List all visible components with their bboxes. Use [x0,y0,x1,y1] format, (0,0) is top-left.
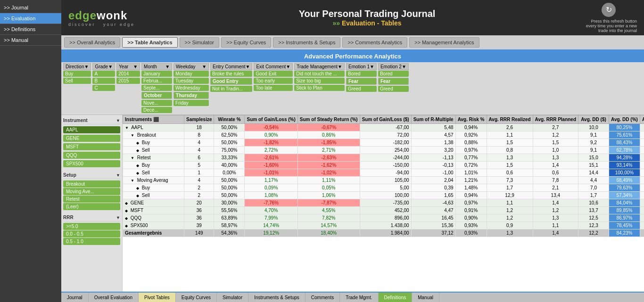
filter-weekday-monday[interactable]: Monday [173,71,209,77]
cell-samplesize: 149 [184,229,214,237]
cell-steady-return: 0,05% [297,184,360,192]
setup-moving-ave[interactable]: Moving Ave... [63,188,120,195]
tab-management-analytics[interactable]: >> Management Analytics [409,37,479,48]
filter-emotion1-header[interactable]: Emotion 1▼ [346,63,377,70]
bottom-tab-instruments-setups[interactable]: Instruments & Setups [248,293,305,302]
filter-grade-b[interactable]: B [92,78,115,84]
cell-samplesize: 1 [184,169,214,177]
expander-icon[interactable]: ◆ [125,224,128,228]
bottom-tab-definitions[interactable]: Definitions [379,293,413,302]
filter-entry-not-in-trading[interactable]: Not in Tradin... [210,86,252,92]
filter-month-december[interactable]: Dece... [141,107,172,113]
tab-overall-analytics[interactable]: >> Overall Analytics [64,37,120,48]
filter-weekday-header[interactable]: Weekday▼ [173,63,209,70]
filter-month-november[interactable]: Nove... [141,100,172,106]
cell-avg-risk: 1,21% [455,177,487,184]
bottom-tab-simulator[interactable]: Simulator [217,293,248,302]
filter-trade-mgmt-header[interactable]: Trade Management▼ [294,63,345,70]
bottom-tab-trade-mgmt[interactable]: Trade Mgmt. [340,293,378,302]
filter-emotion1-fear[interactable]: Fear [346,78,377,85]
sidebar-item-manual[interactable]: >> Manual [0,35,61,46]
filter-emotion2-bored[interactable]: Bored [378,71,409,77]
filter-entry-broke-rules[interactable]: Broke the rules [210,71,252,77]
tab-comments-analytics[interactable]: >> Comments Analytics [342,37,407,48]
filter-month-september[interactable]: Septe... [141,85,172,91]
filter-emotion1-bored[interactable]: Bored [346,71,377,77]
expander-icon[interactable]: ◆ [136,186,139,190]
expander-icon[interactable]: ◆ [136,148,139,153]
sidebar-item-evaluation[interactable]: >> Evaluation [0,13,61,24]
filter-trade-mgmt-stick[interactable]: Stick to Plan [294,85,345,91]
filter-entry-header[interactable]: Entry Comment▼ [210,63,252,70]
filter-weekday-thursday[interactable]: Thursday [173,92,209,99]
filter-exit-good[interactable]: Good Exit [254,71,293,77]
filter-exit-header[interactable]: Exit Comment▼ [254,63,293,70]
refresh-button[interactable]: ↻ [602,3,616,17]
filter-year-2015[interactable]: 2015 [116,78,140,84]
filter-direction-header[interactable]: Direction▼ [63,63,91,70]
filter-trade-mgmt-size-too-big[interactable]: Size too big [294,78,345,84]
sidebar-item-journal[interactable]: >> Journal [0,2,61,13]
expander-icon[interactable]: ▼ [131,179,134,183]
filter-month-february[interactable]: Februa... [141,78,172,84]
filter-emotion1-greed[interactable]: Greed [346,86,377,92]
filter-month-january[interactable]: January [141,71,172,77]
bottom-tab-comments[interactable]: Comments [305,293,340,302]
filter-direction-buy[interactable]: Buy [63,71,91,77]
instrument-qqq[interactable]: QQQ [63,152,120,159]
expander-icon[interactable]: ◆ [125,216,128,220]
expander-icon[interactable]: ◆ [125,209,128,213]
filter-emotion2-fear[interactable]: Fear [378,78,409,85]
tab-simulator[interactable]: >> Simulator [180,37,219,48]
bottom-tab-equity-curves[interactable]: Equity Curves [176,293,217,302]
rrr-0-0-5[interactable]: 0.0 - 0.5 [63,230,120,237]
setup-breakout[interactable]: Breakout [63,180,120,188]
expander-icon[interactable]: ▼ [131,133,134,138]
filter-entry-good-entry[interactable]: Good Entry [210,78,252,85]
filter-month-october[interactable]: October [141,92,172,99]
sidebar-item-definitions[interactable]: >> Definitions [0,24,61,35]
filter-emotion2-greed[interactable]: Greed [378,86,409,92]
expander-icon[interactable]: ◆ [136,171,139,175]
filter-month-header[interactable]: Month▼ [141,63,172,70]
instrument-gene[interactable]: GENE [63,135,120,142]
expander-icon[interactable]: ◆ [136,163,139,168]
filter-trade-mgmt-did-not-touch[interactable]: Did not touch the ... [294,71,345,77]
rrr-0-5-1[interactable]: 0.5 - 1.0 [63,238,120,245]
filter-year-2014[interactable]: 2014 [116,71,140,77]
bottom-tab-journal[interactable]: Journal [61,293,89,302]
bottom-tab-pivot-tables[interactable]: Pivot Tables [139,293,176,302]
cell-instrument: ▼ AAPL [123,124,184,131]
cell-avg-dd-dollar: 9,1 [578,147,609,154]
tab-instruments-setups[interactable]: >> Instruments & Setups [273,37,340,48]
expander-icon[interactable]: ◆ [136,141,139,145]
bottom-tab-overall-evaluation[interactable]: Overall Evaluation [89,293,139,302]
filter-weekday-friday[interactable]: Friday [173,100,209,106]
instrument-spx500[interactable]: SPX500 [63,160,120,167]
filter-weekday-tuesday[interactable]: Tuesday [173,78,209,84]
bottom-tab-manual[interactable]: Manual [412,293,439,302]
expander-icon[interactable]: ◆ [125,201,128,205]
expander-icon[interactable]: ▼ [131,156,134,160]
cell-gain-loss-pct: 1,17% [245,177,297,184]
rrr-ge5[interactable]: >=5.0 [63,223,120,230]
filter-emotion2-header[interactable]: Emotion 2▼ [378,63,409,70]
setup-leer[interactable]: (Leer) [63,203,120,210]
filter-direction-sell[interactable]: Sell [63,78,91,84]
filter-grade-c[interactable]: C [92,85,115,91]
filter-grade-header[interactable]: Grade▼ [92,63,115,70]
filter-exit-too-late[interactable]: Too late [254,85,293,91]
filter-year-header[interactable]: Year▼ [116,63,140,70]
cell-instrument: ◆ Sell [123,192,184,199]
instrument-msft[interactable]: MSFT [63,143,120,150]
tab-equity-curves[interactable]: >> Equity Curves [221,37,271,48]
instrument-aapl[interactable]: AAPL [63,126,120,133]
setup-retest[interactable]: Retest [63,196,120,203]
setup-label: Setup ▼ [63,171,120,179]
filter-exit-too-early[interactable]: Too early [254,78,293,84]
filter-weekday-wednesday[interactable]: Wednesday [173,85,209,91]
expander-icon[interactable]: ▼ [125,126,129,130]
expander-icon[interactable]: ◆ [136,194,139,198]
filter-grade-a[interactable]: A [92,71,115,77]
tab-table-analytics[interactable]: >> Table Analytics [122,37,177,48]
